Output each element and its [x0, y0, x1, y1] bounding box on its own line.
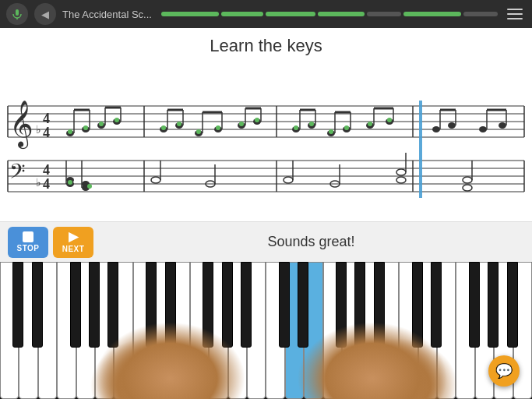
white-key[interactable]	[209, 262, 227, 399]
white-key[interactable]	[19, 262, 37, 399]
svg-point-84	[368, 122, 372, 126]
white-key[interactable]	[247, 262, 266, 399]
progress-seg-1	[161, 12, 219, 16]
chat-icon: 💬	[495, 362, 513, 380]
white-key[interactable]	[57, 262, 76, 399]
menu-line-1	[507, 9, 523, 10]
svg-point-112	[396, 169, 406, 175]
white-key[interactable]	[152, 262, 171, 399]
white-key[interactable]	[399, 262, 417, 399]
back-button[interactable]: ◀	[34, 3, 56, 25]
svg-point-43	[115, 118, 119, 122]
svg-point-102	[68, 180, 72, 185]
svg-point-103	[87, 184, 92, 189]
svg-text:𝄢: 𝄢	[9, 160, 26, 188]
svg-rect-0	[16, 9, 19, 16]
svg-point-40	[68, 129, 72, 134]
progress-seg-4	[318, 12, 364, 16]
white-key[interactable]	[133, 262, 152, 399]
sheet-music-area: Learn the keys 𝄞 𝄢 4 4 4 4	[0, 28, 532, 221]
next-label: NEXT	[62, 245, 85, 253]
stop-label: STOP	[16, 244, 39, 252]
svg-point-86	[432, 126, 440, 132]
svg-text:♭: ♭	[36, 124, 41, 136]
progress-seg-2	[221, 12, 263, 16]
svg-text:4: 4	[43, 162, 50, 178]
white-key[interactable]	[171, 262, 190, 399]
svg-text:4: 4	[43, 111, 50, 126]
support-button[interactable]: 💬	[488, 355, 520, 387]
svg-point-64	[255, 118, 259, 122]
white-key[interactable]	[266, 262, 284, 399]
svg-point-63	[239, 122, 244, 126]
white-key[interactable]	[190, 262, 209, 399]
progress-bar	[161, 12, 498, 16]
next-icon: ▶	[69, 231, 78, 243]
svg-point-82	[329, 129, 333, 134]
next-button[interactable]: ▶ NEXT	[53, 227, 93, 258]
white-key[interactable]	[95, 262, 114, 399]
song-title: The Accidental Sc...	[62, 9, 152, 20]
white-key[interactable]	[437, 262, 456, 399]
white-key[interactable]	[418, 262, 437, 399]
white-key[interactable]	[285, 262, 304, 399]
stop-button[interactable]: STOP	[8, 227, 48, 258]
svg-point-62	[216, 125, 220, 130]
svg-point-59	[161, 125, 166, 130]
white-keys	[0, 262, 532, 399]
page-title: Learn the keys	[0, 28, 532, 56]
piano-area: 💬	[0, 262, 532, 399]
white-key[interactable]	[114, 262, 132, 399]
header-bar: ◀ The Accidental Sc...	[0, 0, 532, 28]
svg-point-115	[463, 177, 472, 183]
status-text: Sounds great!	[98, 234, 524, 250]
svg-point-42	[99, 122, 104, 126]
progress-seg-7	[463, 12, 498, 16]
svg-point-88	[448, 122, 456, 129]
svg-point-108	[284, 177, 293, 183]
svg-point-93	[499, 122, 506, 129]
white-key[interactable]	[323, 262, 342, 399]
progress-seg-3	[266, 12, 315, 16]
controls-bar: STOP ▶ NEXT Sounds great!	[0, 221, 532, 262]
svg-point-113	[396, 177, 406, 183]
mic-button[interactable]	[6, 3, 28, 25]
progress-seg-5	[367, 12, 401, 16]
svg-point-116	[463, 185, 472, 191]
menu-button[interactable]	[504, 3, 526, 25]
svg-point-83	[344, 125, 349, 130]
svg-point-104	[151, 177, 160, 183]
svg-point-81	[309, 122, 314, 126]
staff-notation: 𝄞 𝄢 4 4 4 4 ♭ ♭	[0, 59, 532, 207]
svg-text:4: 4	[43, 125, 50, 140]
svg-point-80	[294, 125, 298, 130]
svg-text:♭: ♭	[36, 177, 41, 189]
white-key[interactable]	[304, 262, 322, 399]
progress-seg-6	[403, 12, 461, 16]
svg-point-61	[196, 129, 201, 134]
white-key[interactable]	[228, 262, 247, 399]
svg-point-91	[479, 126, 487, 132]
svg-text:𝄞: 𝄞	[9, 101, 33, 150]
svg-text:4: 4	[43, 176, 50, 192]
svg-rect-118	[419, 101, 422, 198]
white-key[interactable]	[342, 262, 361, 399]
white-key[interactable]	[361, 262, 379, 399]
menu-line-2	[507, 13, 523, 15]
white-key[interactable]	[76, 262, 95, 399]
white-key[interactable]	[0, 262, 19, 399]
stop-icon	[23, 231, 33, 242]
white-key[interactable]	[380, 262, 399, 399]
svg-point-85	[387, 118, 392, 122]
menu-line-3	[507, 18, 523, 19]
svg-point-60	[177, 122, 181, 126]
white-key[interactable]	[456, 262, 474, 399]
svg-point-41	[83, 125, 88, 130]
white-key[interactable]	[38, 262, 57, 399]
